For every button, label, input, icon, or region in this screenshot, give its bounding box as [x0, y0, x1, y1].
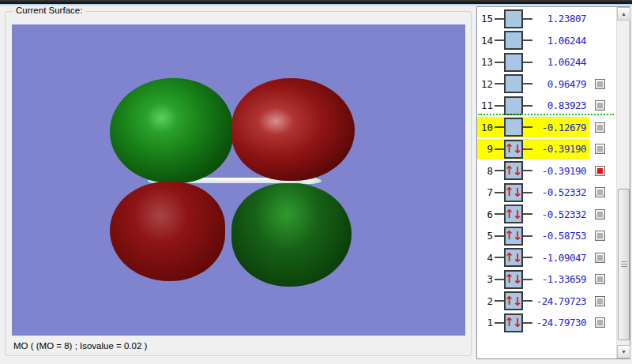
- mo-select-checkbox[interactable]: [595, 144, 605, 154]
- orbital-occupancy-icon: ↑↓: [504, 183, 523, 202]
- groupbox-title: Current Surface:: [13, 6, 85, 15]
- mo-energy-value: -0.58753: [532, 230, 586, 242]
- energy-level-line: [495, 18, 504, 20]
- spin-down-arrow-icon: ↓: [513, 317, 523, 329]
- mo-energy-value: -0.52332: [532, 186, 586, 198]
- energy-level-line: [523, 105, 532, 107]
- orbital-occupancy-icon: ↑↓: [504, 205, 523, 223]
- energy-level-line: [495, 83, 504, 84]
- mo-rows: 15 1.23807 14 1.06244 13 1.06244 12: [477, 8, 616, 334]
- orbital-occupancy-icon: ↑↓: [504, 140, 523, 159]
- orbital-occupancy-icon: [504, 9, 523, 28]
- spin-down-arrow-icon: ↓: [513, 274, 523, 286]
- mo-select-checkbox[interactable]: [595, 79, 605, 89]
- energy-level-line: [495, 105, 504, 107]
- mo-row[interactable]: 10 -0.12679: [477, 117, 616, 139]
- mo-select-checkbox[interactable]: [595, 100, 605, 111]
- mo-energy-value: -1.09047: [532, 252, 586, 264]
- mo-select-checkbox[interactable]: [595, 296, 605, 306]
- spin-down-arrow-icon: ↓: [513, 296, 523, 308]
- energy-level-line: [523, 300, 532, 302]
- mo-number-label: 3: [479, 273, 493, 285]
- energy-level-line: [523, 39, 532, 41]
- orbital-occupancy-icon: ↑↓: [504, 313, 523, 332]
- mo-energy-value: 0.83923: [532, 99, 586, 111]
- mo-number-label: 15: [479, 13, 493, 24]
- mo-energy-value: -1.33659: [532, 273, 586, 285]
- orbital-occupancy-icon: [504, 74, 523, 93]
- mo-row[interactable]: 1 ↑↓ -24.79730: [477, 312, 616, 334]
- energy-level-line: [495, 148, 504, 150]
- mo-select-checkbox[interactable]: [595, 253, 605, 263]
- energy-level-line: [523, 192, 532, 193]
- mo-energy-value: 1.06244: [532, 35, 586, 47]
- scroll-down-button[interactable]: ▼: [617, 345, 630, 358]
- mo-number-label: 11: [479, 99, 493, 111]
- energy-level-line: [523, 148, 532, 150]
- energy-level-line: [495, 300, 504, 302]
- mo-row[interactable]: 8 ↑↓ -0.39190: [477, 160, 616, 182]
- spin-down-arrow-icon: ↓: [513, 166, 523, 178]
- bond-cylinder-front: [216, 178, 258, 183]
- mo-energy-value: -0.12679: [532, 122, 586, 133]
- orbital-occupancy-icon: ↑↓: [504, 291, 523, 310]
- mo-number-label: 5: [479, 230, 493, 242]
- mo-list-scrollbar[interactable]: ▲ ▼: [616, 7, 630, 358]
- mo-row[interactable]: 5 ↑↓ -0.58753: [477, 225, 616, 247]
- scrollbar-thumb[interactable]: [618, 189, 630, 340]
- mo-row[interactable]: 2 ↑↓ -24.79723: [477, 291, 616, 313]
- energy-level-line: [495, 213, 504, 215]
- spin-down-arrow-icon: ↓: [513, 187, 523, 199]
- mo-row[interactable]: 15 1.23807: [477, 8, 616, 30]
- orbital-lobe-negative-top-right: [231, 78, 355, 181]
- mo-number-label: 7: [479, 186, 493, 198]
- mo-select-checkbox[interactable]: [595, 274, 605, 284]
- energy-level-line: [523, 257, 532, 258]
- orbital-occupancy-icon: ↑↓: [504, 161, 523, 180]
- mo-row[interactable]: 6 ↑↓ -0.52332: [477, 204, 616, 226]
- mo-select-checkbox[interactable]: [595, 209, 605, 220]
- mo-number-label: 14: [479, 35, 493, 47]
- mo-select-checkbox[interactable]: [595, 317, 605, 328]
- mo-row[interactable]: 4 ↑↓ -1.09047: [477, 247, 616, 269]
- mo-select-checkbox[interactable]: [595, 122, 605, 133]
- mo-number-label: 4: [479, 252, 493, 264]
- spin-down-arrow-icon: ↓: [513, 253, 523, 265]
- mo-energy-value: -24.79730: [532, 317, 586, 328]
- mo-number-label: 2: [479, 295, 493, 307]
- mo-energy-value: -24.79723: [532, 295, 586, 307]
- mo-row[interactable]: 7 ↑↓ -0.52332: [477, 182, 616, 204]
- energy-level-line: [523, 213, 532, 215]
- energy-level-line: [495, 170, 504, 171]
- surface-status-label: MO ( (MO = 8) ; Isovalue = 0.02 ): [13, 341, 147, 351]
- mo-energy-value: -0.39190: [532, 165, 586, 177]
- window-titlebar-edge: [0, 0, 632, 6]
- orbital-occupancy-icon: ↑↓: [504, 270, 523, 289]
- mo-row[interactable]: 12 0.96479: [477, 73, 616, 96]
- mo-number-label: 13: [479, 56, 493, 68]
- orbital-occupancy-icon: [504, 31, 523, 50]
- mo-row[interactable]: 3 ↑↓ -1.33659: [477, 268, 616, 291]
- mo-energy-value: 1.06244: [532, 56, 586, 68]
- mo-select-checkbox[interactable]: [595, 187, 605, 197]
- energy-level-line: [495, 257, 504, 258]
- mo-number-label: 6: [479, 208, 493, 220]
- orbital-viewport[interactable]: [12, 24, 465, 336]
- mo-number-label: 9: [479, 143, 493, 155]
- mo-select-checkbox[interactable]: [595, 231, 605, 241]
- energy-level-line: [523, 83, 532, 84]
- mo-number-label: 12: [479, 78, 493, 90]
- energy-level-line: [495, 235, 504, 237]
- homo-lumo-separator: [478, 114, 614, 115]
- mo-energy-list-panel: 15 1.23807 14 1.06244 13 1.06244 12: [476, 6, 630, 359]
- mo-select-checkbox[interactable]: [595, 166, 605, 176]
- mo-number-label: 10: [479, 122, 493, 133]
- mo-row[interactable]: 13 1.06244: [477, 51, 616, 73]
- mo-energy-value: 1.23807: [532, 13, 586, 24]
- orbital-lobe-positive-top-left: [110, 78, 233, 183]
- mo-row[interactable]: 14 1.06244: [477, 30, 616, 52]
- mo-row[interactable]: 9 ↑↓ -0.39190: [477, 138, 616, 160]
- spin-down-arrow-icon: ↓: [513, 209, 523, 221]
- energy-level-line: [523, 170, 532, 171]
- scroll-up-button[interactable]: ▲: [617, 7, 630, 21]
